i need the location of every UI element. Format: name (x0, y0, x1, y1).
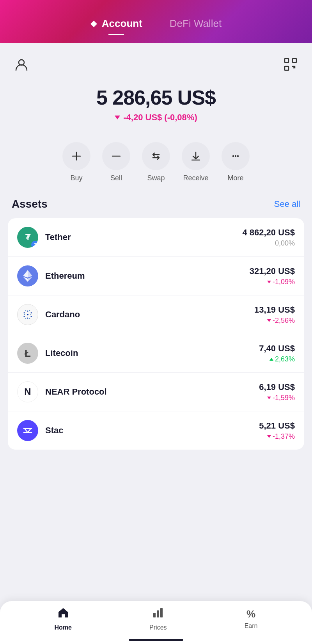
ethereum-logo (17, 265, 38, 286)
balance-amount: 5 286,65 US$ (12, 86, 300, 109)
scan-button[interactable] (281, 55, 300, 74)
more-icon-circle (222, 142, 250, 170)
prices-nav-label: Prices (149, 624, 167, 631)
svg-marker-14 (28, 277, 32, 282)
litecoin-change: 2,63% (259, 355, 295, 363)
tether-change: 0,00% (242, 239, 295, 247)
svg-point-10 (235, 155, 236, 157)
ethereum-change: -1,09% (250, 278, 295, 286)
assets-section: Assets See all ₮ T Tether 4 862,20 US$ 0… (0, 198, 312, 450)
down-arrow-icon (115, 116, 120, 119)
asset-item-stacks[interactable]: Stac 5,21 US$ -1,37% (8, 411, 304, 450)
sell-label: Sell (110, 174, 122, 182)
account-tab[interactable]: ◆ Account (83, 14, 150, 34)
asset-item-cardano[interactable]: Cardano 13,19 US$ -2,56% (8, 295, 304, 334)
nav-home[interactable]: Home (47, 603, 80, 635)
assets-list: ₮ T Tether 4 862,20 US$ 0,00% (8, 218, 304, 450)
home-indicator (129, 639, 183, 641)
header: ◆ Account DeFi Wallet (0, 0, 312, 43)
asset-item-tether[interactable]: ₮ T Tether 4 862,20 US$ 0,00% (8, 218, 304, 257)
ltc-up-arrow (269, 358, 273, 361)
svg-marker-12 (28, 270, 32, 278)
svg-point-21 (24, 316, 25, 317)
profile-button[interactable] (12, 55, 31, 74)
litecoin-values: 7,40 US$ 2,63% (259, 343, 295, 363)
prices-icon (152, 607, 164, 622)
cardano-amount: 13,19 US$ (254, 305, 295, 315)
buy-icon-circle (62, 142, 90, 170)
svg-rect-3 (285, 66, 289, 70)
svg-point-17 (27, 311, 28, 312)
tether-amount: 4 862,20 US$ (242, 228, 295, 238)
ethereum-name: Ethereum (45, 271, 250, 281)
home-icon (57, 607, 69, 622)
more-label: More (227, 174, 243, 182)
litecoin-logo: Ł (17, 343, 38, 364)
litecoin-amount: 7,40 US$ (259, 343, 295, 354)
ada-down-arrow (267, 319, 271, 322)
stacks-name: Stac (45, 425, 259, 436)
ethereum-amount: 321,20 US$ (250, 266, 295, 276)
buy-button[interactable]: Buy (62, 142, 90, 182)
nav-earn[interactable]: % Earn (237, 604, 266, 633)
svg-marker-15 (23, 277, 28, 282)
stx-down-arrow (267, 435, 271, 438)
near-amount: 6,19 US$ (259, 382, 295, 392)
assets-title: Assets (12, 198, 48, 210)
defi-wallet-tab-label: DeFi Wallet (170, 18, 222, 30)
ethereum-values: 321,20 US$ -1,09% (250, 266, 295, 286)
svg-line-32 (28, 429, 31, 432)
assets-header: Assets See all (8, 198, 304, 218)
defi-wallet-tab[interactable]: DeFi Wallet (162, 14, 229, 34)
earn-nav-label: Earn (245, 623, 258, 630)
asset-item-ethereum[interactable]: Ethereum 321,20 US$ -1,09% (8, 257, 304, 295)
receive-button[interactable]: Receive (182, 142, 210, 182)
swap-button[interactable]: Swap (142, 142, 170, 182)
receive-icon-circle (182, 142, 210, 170)
svg-point-23 (24, 314, 25, 315)
main-content: 5 286,65 US$ -4,20 US$ (-0,08%) Buy S (0, 43, 312, 644)
cardano-name: Cardano (45, 310, 254, 320)
nav-prices[interactable]: Prices (142, 603, 174, 635)
bottom-navigation: Home Prices % Earn (0, 601, 312, 644)
asset-item-near[interactable]: Ν NEAR Protocol 6,19 US$ -1,59% (8, 373, 304, 411)
home-nav-label: Home (55, 624, 72, 631)
near-down-arrow (267, 397, 271, 399)
sell-button[interactable]: Sell (102, 142, 130, 182)
swap-label: Swap (147, 174, 165, 182)
action-buttons: Buy Sell Swap (0, 138, 312, 198)
receive-label: Receive (183, 174, 208, 182)
near-change: -1,59% (259, 394, 295, 402)
swap-icon-circle (142, 142, 170, 170)
svg-rect-33 (153, 613, 156, 617)
more-button[interactable]: More (222, 142, 250, 182)
svg-rect-35 (160, 608, 163, 617)
see-all-button[interactable]: See all (274, 199, 300, 209)
stacks-values: 5,21 US$ -1,37% (259, 421, 295, 441)
balance-change: -4,20 US$ (-0,08%) (12, 112, 300, 123)
asset-item-litecoin[interactable]: Ł Litecoin 7,40 US$ 2,63% (8, 334, 304, 373)
tether-values: 4 862,20 US$ 0,00% (242, 228, 295, 247)
svg-line-31 (25, 429, 28, 432)
svg-point-18 (27, 318, 28, 319)
svg-rect-34 (157, 610, 159, 617)
top-bar (0, 43, 312, 78)
stacks-amount: 5,21 US$ (259, 421, 295, 431)
stacks-change: -1,37% (259, 432, 295, 441)
tether-chain-badge: T (31, 241, 38, 248)
svg-point-27 (25, 318, 26, 319)
near-values: 6,19 US$ -1,59% (259, 382, 295, 402)
near-name: NEAR Protocol (45, 387, 259, 397)
svg-point-22 (31, 316, 32, 317)
diamond-icon: ◆ (90, 18, 97, 28)
account-tab-label: Account (102, 18, 142, 30)
litecoin-name: Litecoin (45, 348, 259, 358)
earn-icon: % (245, 608, 257, 620)
svg-point-19 (24, 312, 25, 313)
balance-section: 5 286,65 US$ -4,20 US$ (-0,08%) (0, 78, 312, 138)
balance-change-amount: -4,20 US$ (123, 112, 162, 123)
svg-point-16 (27, 314, 28, 315)
svg-point-26 (29, 310, 30, 311)
svg-rect-1 (285, 59, 289, 62)
svg-point-11 (237, 155, 239, 157)
